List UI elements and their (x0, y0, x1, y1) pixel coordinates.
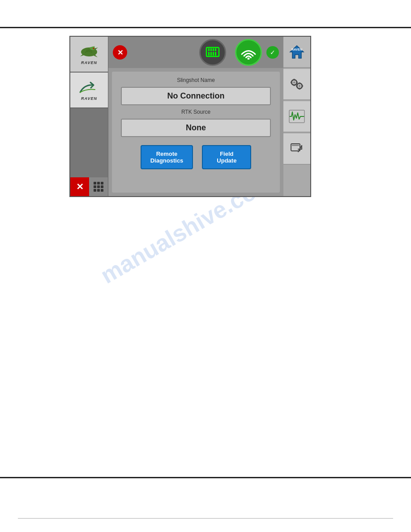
svg-point-6 (93, 47, 94, 49)
wifi-icon (235, 39, 262, 66)
raven-arrow-icon (78, 80, 100, 95)
home-icon: RAVEN (289, 44, 305, 60)
svg-rect-26 (296, 82, 298, 83)
svg-rect-24 (293, 84, 295, 86)
svg-rect-11 (215, 52, 216, 56)
raven-bird-icon-top (78, 44, 100, 60)
svg-text:RAVEN: RAVEN (291, 48, 302, 51)
sidebar-middle-label: RAVEN (81, 96, 97, 101)
sidebar-item-raven-top[interactable]: RAVEN (70, 37, 108, 73)
content-panel: Slingshot Name No Connection RTK Source … (112, 72, 280, 193)
red-x-badge: ✕ (113, 45, 127, 60)
gear-icon (289, 76, 305, 92)
slingshot-name-value: No Connection (121, 87, 271, 105)
sidebar-bottom-area (70, 108, 108, 177)
svg-rect-28 (299, 88, 300, 90)
right-sidebar: RAVEN (283, 37, 310, 196)
svg-rect-30 (301, 85, 303, 87)
svg-point-16 (248, 58, 250, 60)
rtk-source-label: RTK Source (121, 109, 271, 115)
close-button[interactable]: ✕ (70, 177, 89, 196)
svg-rect-29 (296, 85, 298, 87)
slingshot-name-label: Slingshot Name (121, 77, 271, 83)
sidebar-footer: ✕ (70, 177, 108, 196)
svg-point-20 (293, 82, 295, 84)
svg-rect-33 (292, 145, 299, 146)
ethernet-port-svg (205, 46, 221, 59)
settings-button[interactable] (283, 69, 310, 100)
grid-button[interactable] (89, 177, 108, 196)
svg-rect-23 (293, 79, 295, 81)
main-area: ✕ (108, 37, 283, 196)
home-button[interactable]: RAVEN (283, 37, 310, 68)
svg-rect-12 (208, 48, 210, 51)
sidebar-top-label: RAVEN (81, 60, 97, 65)
svg-rect-14 (213, 48, 214, 51)
svg-rect-9 (210, 52, 212, 56)
svg-rect-25 (291, 82, 292, 83)
expand-button[interactable] (283, 133, 310, 165)
grid-icon (94, 182, 103, 192)
field-update-button[interactable]: FieldUpdate (202, 145, 251, 169)
ethernet-icon (199, 39, 226, 66)
top-rule (0, 27, 411, 28)
bottom-rule (0, 477, 411, 478)
remote-diagnostics-button[interactable]: RemoteDiagnostics (141, 145, 193, 169)
svg-rect-10 (213, 52, 214, 56)
wifi-symbol-svg (240, 45, 257, 60)
svg-rect-8 (208, 52, 210, 56)
action-buttons: RemoteDiagnostics FieldUpdate (121, 145, 271, 169)
sidebar-item-raven-middle[interactable]: RAVEN (70, 73, 108, 108)
expand-icon (290, 142, 304, 155)
diagnostics-button[interactable] (283, 101, 310, 133)
ui-container: RAVEN RAVEN ✕ (69, 36, 311, 197)
rtk-source-value: None (121, 119, 271, 137)
footer-rule (18, 518, 393, 519)
header-bar: ✕ (108, 37, 283, 68)
svg-point-22 (299, 85, 301, 87)
green-check-badge: ✓ (266, 46, 279, 59)
svg-rect-15 (215, 48, 216, 51)
svg-rect-13 (210, 48, 212, 51)
left-sidebar: RAVEN RAVEN ✕ (70, 37, 108, 196)
svg-rect-27 (299, 82, 300, 84)
chart-icon (289, 108, 305, 124)
